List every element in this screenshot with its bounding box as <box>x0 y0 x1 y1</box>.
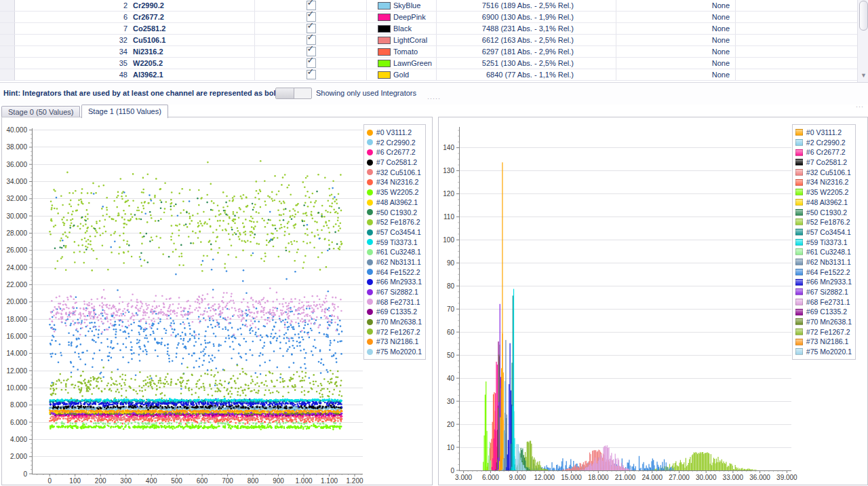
legend-item[interactable]: #64 Fe1522.2 <box>367 267 422 278</box>
legend-marker-icon <box>367 209 373 215</box>
legend-item[interactable]: #69 C1335.2 <box>795 307 852 317</box>
legend-item[interactable]: #35 W2205.2 <box>367 187 422 198</box>
row-checkbox[interactable]: ✓ <box>307 1 316 10</box>
checkmark-icon: ✓ <box>307 23 315 31</box>
channel-name: Cr2677.2 <box>133 12 252 22</box>
legend-item[interactable]: #64 Fe1522.2 <box>795 267 852 278</box>
row-header <box>0 35 15 45</box>
legend-item[interactable]: #70 Mn2638.1 <box>795 317 852 327</box>
legend-item[interactable]: #59 Ti3373.1 <box>367 238 422 248</box>
table-row[interactable]: 32Cu5106.1✓LightCoral6612 (163 Abs. - 2,… <box>0 35 868 46</box>
table-row[interactable]: 35W2205.2✓LawnGreen5251 (130 Abs. - 2,5%… <box>0 58 868 69</box>
legend-item[interactable]: #2 Cr2990.2 <box>367 138 422 148</box>
legend-item[interactable]: #35 W2205.2 <box>795 187 852 198</box>
table-vertical-scrollbar[interactable]: ▼ <box>857 0 868 82</box>
legend-item[interactable]: #2 Cr2990.2 <box>795 138 852 148</box>
table-row[interactable]: 2Cr2990.2✓SkyBlue7516 (189 Abs. - 2,5% R… <box>0 0 868 12</box>
table-row[interactable]: 48Al3962.1✓Gold6840 (77 Abs. - 1,1% Rel.… <box>0 69 868 81</box>
color-cell[interactable]: Gold <box>366 69 437 80</box>
legend-item[interactable]: #34 Ni2316.2 <box>367 177 422 187</box>
legend-label: #66 Mn2933.1 <box>376 278 422 286</box>
legend-item[interactable]: #68 Fe2731.1 <box>367 297 422 307</box>
color-cell[interactable]: Tomato <box>366 46 437 57</box>
legend-item[interactable]: #6 Cr2677.2 <box>367 147 422 157</box>
values-scatter-chart[interactable]: 02.0004.0006.0008.00010.00012.00014.0001… <box>2 117 368 485</box>
svg-text:10: 10 <box>447 444 455 451</box>
legend-item[interactable]: #50 C1930.2 <box>795 208 852 218</box>
integrator-cell[interactable]: None <box>616 46 736 57</box>
legend-item[interactable]: #72 Fe1267.2 <box>367 327 422 337</box>
svg-text:3.000: 3.000 <box>455 474 472 481</box>
integrator-cell[interactable]: None <box>616 58 736 69</box>
legend-item[interactable]: #72 Fe1267.2 <box>795 327 852 337</box>
legend-item[interactable]: #7 Co2581.2 <box>795 157 852 168</box>
legend-label: #0 V3111.2 <box>806 128 842 136</box>
show-used-integrators-toggle[interactable] <box>275 88 312 99</box>
legend-label: #7 Co2581.2 <box>806 158 847 166</box>
svg-text:6.000: 6.000 <box>482 474 499 481</box>
legend-label: #57 Co3454.1 <box>376 228 421 236</box>
legend-item[interactable]: #62 Nb3131.1 <box>795 257 852 267</box>
row-checkbox[interactable]: ✓ <box>307 12 316 22</box>
legend-item[interactable]: #34 Ni2316.2 <box>795 177 852 187</box>
scrollbar-down-arrow-icon[interactable]: ▼ <box>861 72 867 79</box>
legend-item[interactable]: #73 Ni2186.1 <box>367 337 422 347</box>
integrator-cell[interactable]: None <box>616 35 736 45</box>
color-cell[interactable]: DeepPink <box>366 12 437 22</box>
legend-item[interactable]: #70 Mn2638.1 <box>367 317 422 327</box>
row-checkbox[interactable]: ✓ <box>307 35 316 45</box>
legend-item[interactable]: #67 Si2882.1 <box>367 287 422 297</box>
integrator-cell[interactable]: None <box>616 0 736 11</box>
legend-item[interactable]: #57 Co3454.1 <box>795 227 852 238</box>
row-checkbox[interactable]: ✓ <box>307 58 316 68</box>
legend-item[interactable]: #50 C1930.2 <box>367 208 422 218</box>
row-checkbox[interactable]: ✓ <box>307 70 316 79</box>
legend-item[interactable]: #52 Fe1876.2 <box>367 217 422 227</box>
legend-item[interactable]: #48 Al3962.1 <box>795 198 852 208</box>
toggle-knob[interactable] <box>276 88 294 98</box>
table-row[interactable]: 7Co2581.2✓Black7488 (231 Abs. - 3,1% Rel… <box>0 23 868 35</box>
legend-item[interactable]: #0 V3111.2 <box>367 128 422 138</box>
legend-item[interactable]: #73 Ni2186.1 <box>795 337 852 347</box>
scrollbar-thumb[interactable] <box>859 1 868 31</box>
legend-item[interactable]: #75 Mo2020.1 <box>367 347 422 357</box>
values-histogram-chart[interactable]: 01020304050607080901001101201301403.0006… <box>439 117 801 485</box>
legend-item[interactable]: #66 Mn2933.1 <box>367 277 422 287</box>
legend-item[interactable]: #52 Fe1876.2 <box>795 217 852 227</box>
color-cell[interactable]: SkyBlue <box>366 0 437 11</box>
legend-label: #7 Co2581.2 <box>376 158 417 166</box>
splitter-handle-icon[interactable]: ····· <box>427 95 441 102</box>
integrator-cell[interactable]: None <box>616 12 736 22</box>
legend-item[interactable]: #32 Cu5106.1 <box>367 168 422 178</box>
legend-item[interactable]: #57 Co3454.1 <box>367 227 422 238</box>
legend-item[interactable]: #59 Ti3373.1 <box>795 238 852 248</box>
integrator-cell[interactable]: None <box>616 69 736 80</box>
legend-item[interactable]: #62 Nb3131.1 <box>367 257 422 267</box>
legend-item[interactable]: #67 Si2882.1 <box>795 287 852 297</box>
integrator-cell[interactable]: None <box>616 23 736 34</box>
legend-item[interactable]: #61 Cu3248.1 <box>795 247 852 257</box>
legend-item[interactable]: #69 C1335.2 <box>367 307 422 317</box>
legend-item[interactable]: #32 Cu5106.1 <box>795 168 852 178</box>
tab-stage-1[interactable]: Stage 1 (1150 Values) <box>81 105 168 118</box>
legend-marker-icon <box>367 279 373 285</box>
legend-label: #52 Fe1876.2 <box>806 218 850 226</box>
legend-item[interactable]: #6 Cr2677.2 <box>795 147 852 157</box>
legend-item[interactable]: #48 Al3962.1 <box>367 198 422 208</box>
tab-stage-0[interactable]: Stage 0 (50 Values) <box>1 106 80 117</box>
legend-item[interactable]: #0 V3111.2 <box>795 128 852 138</box>
legend-item[interactable]: #68 Fe2731.1 <box>795 297 852 307</box>
legend-marker-icon <box>795 169 803 176</box>
legend-item[interactable]: #75 Mo2020.1 <box>795 347 852 357</box>
color-swatch <box>378 37 391 44</box>
legend-item[interactable]: #66 Mn2933.1 <box>795 277 852 287</box>
row-checkbox[interactable]: ✓ <box>307 24 316 33</box>
table-row[interactable]: 6Cr2677.2✓DeepPink6900 (130 Abs. - 1,9% … <box>0 12 868 23</box>
table-row[interactable]: 34Ni2316.2✓Tomato6297 (181 Abs. - 2,9% R… <box>0 46 868 58</box>
legend-item[interactable]: #61 Cu3248.1 <box>367 247 422 257</box>
color-cell[interactable]: LightCoral <box>366 35 437 45</box>
row-checkbox[interactable]: ✓ <box>307 47 316 56</box>
color-cell[interactable]: LawnGreen <box>366 58 437 69</box>
legend-item[interactable]: #7 Co2581.2 <box>367 157 422 168</box>
color-cell[interactable]: Black <box>366 23 437 34</box>
